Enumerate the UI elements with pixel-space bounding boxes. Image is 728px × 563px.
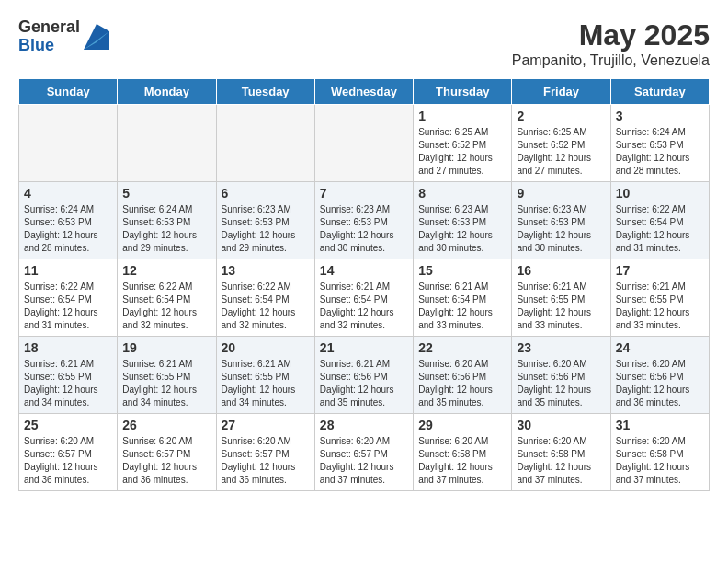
day-cell-24: 24Sunrise: 6:20 AMSunset: 6:56 PMDayligh… (610, 337, 709, 414)
day-cell-9: 9Sunrise: 6:23 AMSunset: 6:53 PMDaylight… (512, 182, 610, 259)
day-cell-12: 12Sunrise: 6:22 AMSunset: 6:54 PMDayligh… (118, 259, 216, 337)
day-cell-3: 3Sunrise: 6:24 AMSunset: 6:53 PMDaylight… (610, 105, 709, 182)
logo-blue: Blue (18, 37, 80, 55)
day-cell-23: 23Sunrise: 6:20 AMSunset: 6:56 PMDayligh… (512, 337, 610, 414)
day-number: 11 (24, 263, 112, 278)
cell-sun-info: Sunrise: 6:25 AMSunset: 6:52 PMDaylight:… (517, 126, 605, 178)
week-row-1: 1Sunrise: 6:25 AMSunset: 6:52 PMDaylight… (19, 105, 710, 182)
day-cell-7: 7Sunrise: 6:23 AMSunset: 6:53 PMDaylight… (314, 182, 413, 259)
cell-sun-info: Sunrise: 6:21 AMSunset: 6:55 PMDaylight:… (616, 281, 704, 332)
day-cell-27: 27Sunrise: 6:20 AMSunset: 6:57 PMDayligh… (216, 414, 314, 491)
day-cell-10: 10Sunrise: 6:22 AMSunset: 6:54 PMDayligh… (610, 182, 709, 259)
cell-sun-info: Sunrise: 6:20 AMSunset: 6:58 PMDaylight:… (517, 435, 605, 487)
day-cell-16: 16Sunrise: 6:21 AMSunset: 6:55 PMDayligh… (512, 259, 610, 337)
logo-icon (84, 24, 109, 50)
day-number: 28 (320, 418, 408, 432)
cell-sun-info: Sunrise: 6:20 AMSunset: 6:57 PMDaylight:… (320, 435, 408, 487)
day-cell-8: 8Sunrise: 6:23 AMSunset: 6:53 PMDaylight… (414, 182, 512, 259)
month-year-title: May 2025 (512, 18, 710, 52)
day-cell-21: 21Sunrise: 6:21 AMSunset: 6:56 PMDayligh… (314, 337, 413, 414)
cell-sun-info: Sunrise: 6:21 AMSunset: 6:55 PMDaylight:… (222, 358, 310, 409)
day-number: 26 (122, 418, 210, 432)
day-number: 17 (616, 263, 704, 278)
cell-sun-info: Sunrise: 6:24 AMSunset: 6:53 PMDaylight:… (122, 203, 210, 255)
day-cell-15: 15Sunrise: 6:21 AMSunset: 6:54 PMDayligh… (414, 259, 512, 337)
day-header-monday: Monday (118, 79, 216, 105)
cell-sun-info: Sunrise: 6:22 AMSunset: 6:54 PMDaylight:… (616, 203, 704, 255)
cell-sun-info: Sunrise: 6:23 AMSunset: 6:53 PMDaylight:… (517, 203, 605, 255)
day-number: 9 (517, 186, 605, 201)
day-cell-22: 22Sunrise: 6:20 AMSunset: 6:56 PMDayligh… (414, 337, 512, 414)
cell-sun-info: Sunrise: 6:21 AMSunset: 6:55 PMDaylight:… (517, 281, 605, 332)
day-cell-13: 13Sunrise: 6:22 AMSunset: 6:54 PMDayligh… (216, 259, 314, 337)
day-number: 13 (222, 263, 310, 278)
day-cell-25: 25Sunrise: 6:20 AMSunset: 6:57 PMDayligh… (19, 414, 118, 491)
day-header-saturday: Saturday (610, 79, 709, 105)
day-number: 8 (418, 186, 506, 201)
week-row-4: 18Sunrise: 6:21 AMSunset: 6:55 PMDayligh… (19, 337, 710, 414)
location-subtitle: Pampanito, Trujillo, Venezuela (512, 52, 710, 69)
empty-cell (19, 105, 118, 182)
day-cell-28: 28Sunrise: 6:20 AMSunset: 6:57 PMDayligh… (314, 414, 413, 491)
logo: General Blue (18, 18, 109, 55)
cell-sun-info: Sunrise: 6:20 AMSunset: 6:56 PMDaylight:… (616, 358, 704, 409)
day-number: 21 (320, 340, 408, 355)
cell-sun-info: Sunrise: 6:21 AMSunset: 6:54 PMDaylight:… (320, 281, 408, 332)
cell-sun-info: Sunrise: 6:24 AMSunset: 6:53 PMDaylight:… (24, 203, 112, 255)
cell-sun-info: Sunrise: 6:23 AMSunset: 6:53 PMDaylight:… (418, 203, 506, 255)
day-number: 30 (517, 418, 605, 432)
empty-cell (314, 105, 413, 182)
day-number: 31 (616, 418, 704, 432)
day-number: 7 (320, 186, 408, 201)
day-number: 5 (122, 186, 210, 201)
svg-marker-0 (84, 24, 109, 50)
day-header-tuesday: Tuesday (216, 79, 314, 105)
day-header-friday: Friday (512, 79, 610, 105)
cell-sun-info: Sunrise: 6:23 AMSunset: 6:53 PMDaylight:… (222, 203, 310, 255)
day-header-wednesday: Wednesday (314, 79, 413, 105)
day-number: 19 (122, 340, 210, 355)
day-number: 18 (24, 340, 112, 355)
cell-sun-info: Sunrise: 6:22 AMSunset: 6:54 PMDaylight:… (222, 281, 310, 332)
day-number: 12 (122, 263, 210, 278)
day-number: 20 (222, 340, 310, 355)
cell-sun-info: Sunrise: 6:21 AMSunset: 6:56 PMDaylight:… (320, 358, 408, 409)
day-cell-5: 5Sunrise: 6:24 AMSunset: 6:53 PMDaylight… (118, 182, 216, 259)
day-cell-20: 20Sunrise: 6:21 AMSunset: 6:55 PMDayligh… (216, 337, 314, 414)
cell-sun-info: Sunrise: 6:20 AMSunset: 6:56 PMDaylight:… (517, 358, 605, 409)
cell-sun-info: Sunrise: 6:20 AMSunset: 6:58 PMDaylight:… (616, 435, 704, 487)
day-header-sunday: Sunday (19, 79, 118, 105)
cell-sun-info: Sunrise: 6:24 AMSunset: 6:53 PMDaylight:… (616, 126, 704, 178)
week-row-3: 11Sunrise: 6:22 AMSunset: 6:54 PMDayligh… (19, 259, 710, 337)
cell-sun-info: Sunrise: 6:20 AMSunset: 6:56 PMDaylight:… (418, 358, 506, 409)
day-number: 6 (222, 186, 310, 201)
day-cell-2: 2Sunrise: 6:25 AMSunset: 6:52 PMDaylight… (512, 105, 610, 182)
cell-sun-info: Sunrise: 6:25 AMSunset: 6:52 PMDaylight:… (418, 126, 506, 178)
cell-sun-info: Sunrise: 6:22 AMSunset: 6:54 PMDaylight:… (24, 281, 112, 332)
day-cell-19: 19Sunrise: 6:21 AMSunset: 6:55 PMDayligh… (118, 337, 216, 414)
week-row-2: 4Sunrise: 6:24 AMSunset: 6:53 PMDaylight… (19, 182, 710, 259)
day-number: 29 (418, 418, 506, 432)
day-cell-18: 18Sunrise: 6:21 AMSunset: 6:55 PMDayligh… (19, 337, 118, 414)
day-cell-14: 14Sunrise: 6:21 AMSunset: 6:54 PMDayligh… (314, 259, 413, 337)
day-number: 15 (418, 263, 506, 278)
week-row-5: 25Sunrise: 6:20 AMSunset: 6:57 PMDayligh… (19, 414, 710, 491)
day-cell-30: 30Sunrise: 6:20 AMSunset: 6:58 PMDayligh… (512, 414, 610, 491)
day-cell-4: 4Sunrise: 6:24 AMSunset: 6:53 PMDaylight… (19, 182, 118, 259)
cell-sun-info: Sunrise: 6:21 AMSunset: 6:55 PMDaylight:… (122, 358, 210, 409)
cell-sun-info: Sunrise: 6:23 AMSunset: 6:53 PMDaylight:… (320, 203, 408, 255)
cell-sun-info: Sunrise: 6:21 AMSunset: 6:54 PMDaylight:… (418, 281, 506, 332)
day-cell-31: 31Sunrise: 6:20 AMSunset: 6:58 PMDayligh… (610, 414, 709, 491)
day-number: 3 (616, 109, 704, 123)
day-number: 22 (418, 340, 506, 355)
day-number: 25 (24, 418, 112, 432)
logo-general: General (18, 18, 80, 37)
cell-sun-info: Sunrise: 6:22 AMSunset: 6:54 PMDaylight:… (122, 281, 210, 332)
day-number: 1 (418, 109, 506, 123)
day-cell-26: 26Sunrise: 6:20 AMSunset: 6:57 PMDayligh… (118, 414, 216, 491)
day-number: 24 (616, 340, 704, 355)
day-number: 2 (517, 109, 605, 123)
day-cell-6: 6Sunrise: 6:23 AMSunset: 6:53 PMDaylight… (216, 182, 314, 259)
calendar-table: SundayMondayTuesdayWednesdayThursdayFrid… (18, 78, 710, 491)
day-cell-1: 1Sunrise: 6:25 AMSunset: 6:52 PMDaylight… (414, 105, 512, 182)
